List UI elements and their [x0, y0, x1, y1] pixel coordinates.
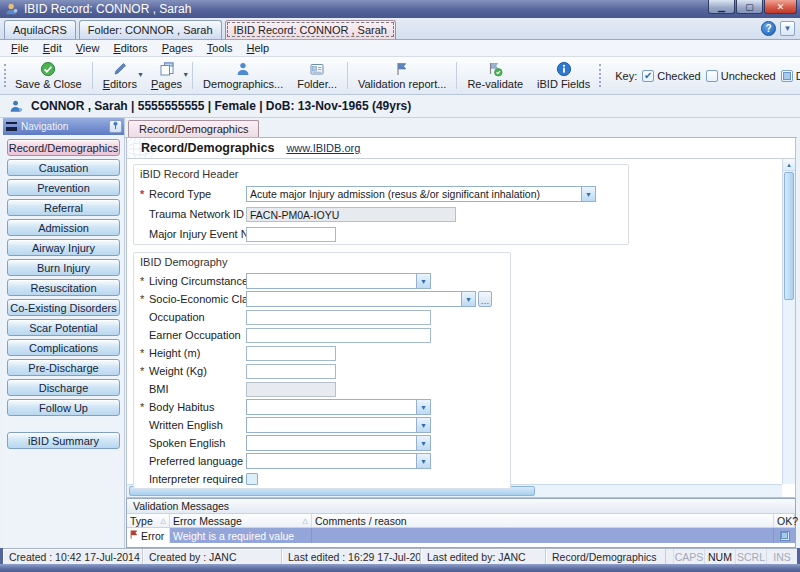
nav-item-complications[interactable]: Complications [7, 339, 120, 356]
menu-item-file[interactable]: File [4, 41, 36, 55]
combo-value [247, 454, 416, 468]
page-tab-record-demographics[interactable]: Record/Demographics [128, 120, 259, 137]
navigation-header: Navigation [3, 118, 124, 135]
field-row-socio-economic-class: *Socio-Economic Class▼… [134, 290, 510, 308]
field-label: Living Circumstances [149, 275, 246, 287]
pencil-icon [112, 61, 128, 77]
field-interpreter-required-checkbox[interactable] [246, 473, 258, 485]
app-tab-aquilacrs[interactable]: AquilaCRS [4, 20, 76, 39]
validation-comment-cell[interactable] [312, 528, 774, 543]
nav-item-co-existing-disorders[interactable]: Co-Existing Disorders [7, 299, 120, 316]
field-living-circumstances-combo[interactable]: ▼ [246, 273, 431, 289]
field-spoken-english-combo[interactable]: ▼ [246, 435, 431, 451]
nav-item-causation[interactable]: Causation [7, 159, 120, 176]
scroll-up-button[interactable]: ▲ [783, 159, 795, 171]
toolbar-button-label: Validation report... [358, 78, 446, 90]
save-check-icon [40, 61, 56, 77]
menu-item-editors[interactable]: Editors [106, 41, 154, 55]
validation-rows: ErrorWeight is a required value [127, 528, 795, 543]
app-tab-ibid-record-connor-sarah[interactable]: IBID Record: CONNOR , Sarah [225, 20, 396, 39]
field-label: Occupation [149, 311, 246, 323]
field-preferred-language-combo[interactable]: ▼ [246, 453, 431, 469]
nav-item-airway-injury[interactable]: Airway Injury [7, 239, 120, 256]
field-height-m-input[interactable] [246, 346, 336, 361]
menu-item-view[interactable]: View [69, 41, 107, 55]
vertical-scrollbar[interactable]: ▲ [782, 159, 795, 484]
toolbar-grip[interactable] [4, 64, 6, 87]
document-tab-strip: Record/Demographics [125, 118, 797, 138]
toolbar-button-editors[interactable]: Editors▼ [96, 58, 144, 93]
toolbar-button-re-validate[interactable]: Re-validate [460, 58, 530, 93]
field-written-english-combo[interactable]: ▼ [246, 417, 431, 433]
toolbar-button-demographics[interactable]: Demographics... [196, 58, 290, 93]
menu-item-edit[interactable]: Edit [36, 41, 69, 55]
toolbar-button-validation-report[interactable]: Validation report... [351, 58, 453, 93]
chevron-down-icon[interactable]: ▼ [416, 274, 430, 288]
menu-item-pages[interactable]: Pages [155, 41, 200, 55]
vertical-scroll-thumb[interactable] [784, 172, 794, 300]
toolbar-button-pages[interactable]: Pages▼ [144, 58, 189, 93]
help-button[interactable]: ? [761, 21, 776, 36]
validation-row[interactable]: ErrorWeight is a required value [127, 528, 795, 543]
column-header-error-message[interactable]: Error Message△ [170, 514, 312, 527]
ellipsis-button[interactable]: … [478, 291, 492, 307]
chevron-down-icon[interactable]: ▼ [182, 71, 189, 78]
field-label: Interpreter required [149, 473, 246, 485]
status-segment-4: Last edited by: JANC [421, 549, 546, 564]
page-header: Record/Demographics www.IBIDB.org [127, 138, 795, 159]
field-occupation-input[interactable] [246, 310, 431, 325]
nav-item-prevention[interactable]: Prevention [7, 179, 120, 196]
status-filler [666, 549, 673, 564]
nav-item-record-demographics[interactable]: Record/Demographics [7, 139, 120, 156]
nav-item-referral[interactable]: Referral [7, 199, 120, 216]
nav-item-admission[interactable]: Admission [7, 219, 120, 236]
menu-item-tools[interactable]: Tools [200, 41, 240, 55]
field-row-record-type: *Record TypeAcute major Injury admission… [134, 184, 628, 204]
ibidb-link[interactable]: www.IBIDB.org [286, 142, 360, 154]
key-items: CheckedUncheckedDon't Know [642, 70, 800, 82]
maximize-button[interactable]: ▢ [736, 0, 763, 14]
ok-checkbox[interactable] [780, 531, 790, 541]
nav-item-pre-discharge[interactable]: Pre-Discharge [7, 359, 120, 376]
chevron-down-icon[interactable]: ▼ [416, 436, 430, 450]
tab-overflow-button[interactable]: ▼ [780, 21, 795, 36]
column-header-comments-reason[interactable]: Comments / reason [312, 514, 774, 527]
column-header-type[interactable]: Type△ [127, 514, 170, 527]
menu-item-help[interactable]: Help [240, 41, 277, 55]
field-socio-economic-class-combo[interactable]: ▼ [246, 291, 476, 307]
close-button[interactable]: ✕ [764, 0, 797, 14]
field-label: Earner Occupation [149, 329, 246, 341]
groupbox-title: iBID Record Header [134, 165, 628, 184]
nav-item-follow-up[interactable]: Follow Up [7, 399, 120, 416]
field-body-habitus-combo[interactable]: ▼ [246, 399, 431, 415]
field-record-type-combo[interactable]: Acute major Injury admission (resus &/or… [246, 186, 596, 202]
chevron-down-icon[interactable]: ▼ [581, 187, 595, 201]
chevron-down-icon[interactable]: ▼ [416, 400, 430, 414]
chevron-down-icon[interactable]: ▼ [416, 454, 430, 468]
chevron-down-icon[interactable]: ▼ [461, 292, 475, 306]
field-row-preferred-language: Preferred language▼ [134, 452, 510, 470]
toolbar-button-folder[interactable]: Folder... [290, 58, 344, 93]
toolbar-grip-2[interactable] [599, 64, 601, 87]
field-row-trauma-network-id: Trauma Network IDFACN-PM0A-IOYU [134, 204, 628, 224]
nav-item-burn-injury[interactable]: Burn Injury [7, 259, 120, 276]
nav-item-resuscitation[interactable]: Resuscitation [7, 279, 120, 296]
field-weight-kg-input[interactable] [246, 364, 336, 379]
tab-bar-buttons: ? ▼ [761, 21, 795, 36]
chevron-down-icon[interactable]: ▼ [416, 418, 430, 432]
validation-type-label: Error [141, 530, 164, 542]
column-header-ok[interactable]: OK? [774, 514, 795, 527]
nav-item-scar-potential[interactable]: Scar Potential [7, 319, 120, 336]
toolbar-button-ibid-fields[interactable]: iBID Fields [530, 58, 597, 93]
chevron-down-icon[interactable]: ▼ [137, 71, 144, 78]
minimize-button[interactable]: ▁ [708, 0, 735, 14]
nav-item-discharge[interactable]: Discharge [7, 379, 120, 396]
field-row-earner-occupation: Earner Occupation [134, 326, 510, 344]
field-label: Preferred language [149, 455, 246, 467]
pin-button[interactable] [109, 120, 122, 133]
toolbar-button-save-close[interactable]: Save & Close [8, 58, 89, 93]
field-major-injury-event-number-input[interactable] [246, 227, 336, 242]
nav-item-ibid-summary[interactable]: iBID Summary [7, 432, 120, 449]
app-tab-folder-connor-sarah[interactable]: Folder: CONNOR , Sarah [79, 20, 222, 39]
field-earner-occupation-input[interactable] [246, 328, 431, 343]
